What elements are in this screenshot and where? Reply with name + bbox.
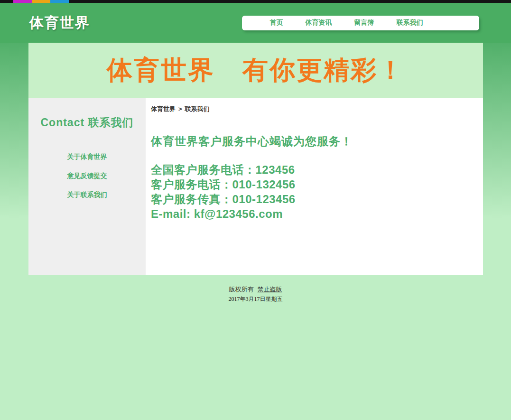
sidebar: Contact 联系我们 关于体育世界 意见反馈提交 关于联系我们 — [28, 98, 146, 275]
breadcrumb-separator: > — [178, 105, 182, 112]
no-piracy-link[interactable]: 禁止盗版 — [258, 286, 282, 293]
breadcrumb-current: 联系我们 — [185, 105, 210, 112]
contact-line-service-phone: 客户服务电话：010-132456 — [151, 177, 472, 192]
banner-title-right: 有你更精彩！ — [242, 53, 405, 88]
breadcrumb-root[interactable]: 体育世界 — [151, 105, 176, 112]
topbar-color-segment — [50, 0, 69, 3]
copyright-text: 版权所有 — [229, 286, 254, 293]
contact-line-email: E-mail: kf@123456.com — [151, 206, 472, 221]
nav-item-contact[interactable]: 联系我们 — [397, 19, 423, 27]
breadcrumb: 体育世界>联系我们 — [151, 105, 472, 113]
hero-banner: 体育世界 有你更精彩！ — [28, 43, 483, 98]
nav-item-guestbook[interactable]: 留言簿 — [354, 19, 374, 27]
sidebar-heading: Contact 联系我们 — [28, 115, 146, 130]
nav-item-home[interactable]: 首页 — [270, 19, 283, 27]
page-title: 体育世界客户服务中心竭诚为您服务！ — [151, 134, 472, 148]
sidebar-item-feedback[interactable]: 意见反馈提交 — [28, 166, 146, 185]
nav-item-sports-news[interactable]: 体育资讯 — [306, 19, 332, 27]
content-area: Contact 联系我们 关于体育世界 意见反馈提交 关于联系我们 体育世界>联… — [28, 98, 483, 275]
copyright-line: 版权所有禁止盗版 — [0, 285, 511, 294]
page-container: 体育世界 有你更精彩！ Contact 联系我们 关于体育世界 意见反馈提交 关… — [28, 43, 483, 275]
main-panel: 体育世界>联系我们 体育世界客户服务中心竭诚为您服务！ 全国客户服务电话：123… — [146, 98, 483, 275]
sidebar-item-contact[interactable]: 关于联系我们 — [28, 185, 146, 204]
page-footer: 版权所有禁止盗版 2017年3月17日星期五 — [0, 285, 511, 303]
contact-line-fax: 客户服务传真：010-123456 — [151, 192, 472, 206]
footer-date: 2017年3月17日星期五 — [0, 295, 511, 303]
sidebar-links: 关于体育世界 意见反馈提交 关于联系我们 — [28, 147, 146, 204]
top-accent-bar — [0, 0, 511, 3]
site-header: 体育世界 首页 体育资讯 留言簿 联系我们 — [0, 3, 511, 43]
topbar-color-segment — [13, 0, 32, 3]
topbar-color-segment — [32, 0, 50, 3]
contact-info: 全国客户服务电话：123456 客户服务电话：010-132456 客户服务传真… — [151, 162, 472, 221]
site-logo[interactable]: 体育世界 — [29, 13, 90, 33]
banner-title-left: 体育世界 — [107, 53, 215, 88]
contact-line-national-phone: 全国客户服务电话：123456 — [151, 162, 472, 177]
sidebar-item-about[interactable]: 关于体育世界 — [28, 147, 146, 166]
main-nav: 首页 体育资讯 留言簿 联系我们 — [242, 16, 479, 30]
